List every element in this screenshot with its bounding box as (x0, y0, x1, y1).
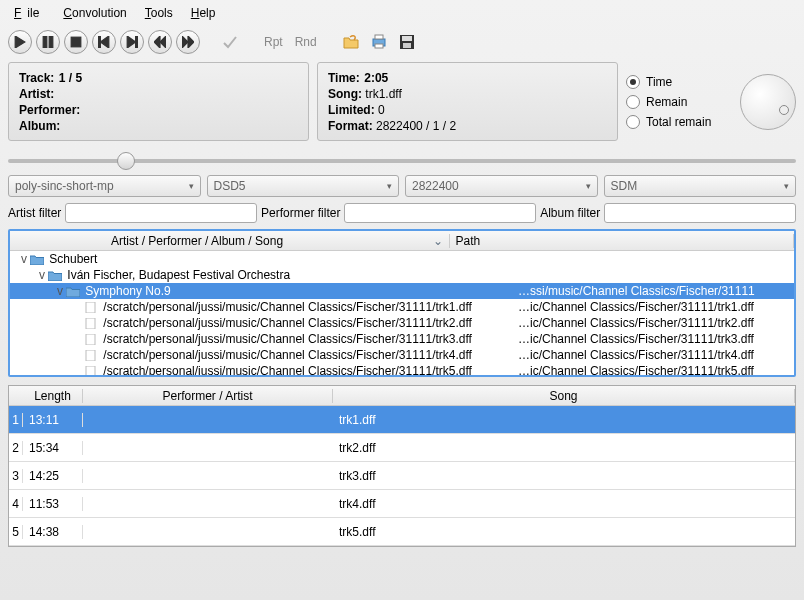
artist-filter-label: Artist filter (8, 206, 61, 220)
album-filter-input[interactable] (604, 203, 796, 223)
menu-tools[interactable]: Tools (139, 4, 179, 22)
menu-convolution[interactable]: Convolution (57, 4, 132, 22)
svg-rect-19 (86, 318, 95, 329)
tree-header: Artist / Performer / Album / Song⌄ Path (10, 231, 794, 251)
print-icon[interactable] (367, 30, 391, 54)
forward-button[interactable] (176, 30, 200, 54)
svg-marker-0 (15, 36, 25, 48)
dsd-dropdown[interactable]: DSD5▾ (207, 175, 400, 197)
repeat-toggle[interactable]: Rpt (260, 35, 287, 49)
svg-marker-11 (188, 36, 194, 48)
svg-marker-8 (154, 36, 160, 48)
svg-rect-16 (402, 36, 412, 41)
svg-rect-18 (86, 302, 95, 313)
menu-help[interactable]: Help (185, 4, 222, 22)
slider-thumb[interactable] (117, 152, 135, 170)
file-icon (84, 332, 100, 346)
folder-icon (48, 268, 64, 282)
svg-marker-5 (100, 36, 108, 48)
playlist-row[interactable]: 314:25trk3.dff (9, 462, 795, 490)
stop-button[interactable] (64, 30, 88, 54)
library-tree[interactable]: Artist / Performer / Album / Song⌄ Path … (8, 229, 796, 377)
playlist-row[interactable]: 411:53trk4.dff (9, 490, 795, 518)
playlist-row[interactable]: 215:34trk2.dff (9, 434, 795, 462)
playlist-row[interactable]: 113:11trk1.dff (9, 406, 795, 434)
dropdown-row: poly-sinc-short-mp▾ DSD5▾ 2822400▾ SDM▾ (8, 175, 796, 197)
playlist-row[interactable]: 514:38trk5.dff (9, 518, 795, 546)
tree-row[interactable]: /scratch/personal/jussi/music/Channel Cl… (10, 315, 794, 331)
filter-dropdown[interactable]: poly-sinc-short-mp▾ (8, 175, 201, 197)
next-track-button[interactable] (120, 30, 144, 54)
menu-file[interactable]: File (8, 4, 51, 22)
filter-row: Artist filter Performer filter Album fil… (8, 203, 796, 223)
svg-rect-22 (86, 366, 95, 377)
playlist-table[interactable]: Length Performer / Artist Song 113:11trk… (8, 385, 796, 547)
folder-icon (30, 252, 46, 266)
check-icon[interactable] (218, 30, 242, 54)
svg-rect-7 (136, 36, 138, 48)
tree-row[interactable]: /scratch/personal/jussi/music/Channel Cl… (10, 331, 794, 347)
play-button[interactable] (8, 30, 32, 54)
radio-dot-icon (630, 79, 636, 85)
svg-rect-2 (49, 36, 53, 48)
menubar: File Convolution Tools Help (8, 0, 796, 26)
svg-rect-17 (403, 43, 411, 48)
rewind-button[interactable] (148, 30, 172, 54)
svg-marker-9 (160, 36, 166, 48)
sdm-dropdown[interactable]: SDM▾ (604, 175, 797, 197)
save-icon[interactable] (395, 30, 419, 54)
svg-rect-20 (86, 334, 95, 345)
svg-marker-6 (127, 36, 135, 48)
toolbar: Rpt Rnd (8, 26, 796, 62)
svg-rect-1 (43, 36, 47, 48)
radio-time[interactable]: Time (626, 75, 711, 89)
tree-row[interactable]: v Schubert (10, 251, 794, 267)
chevron-down-icon: ▾ (189, 181, 194, 191)
svg-rect-3 (71, 37, 81, 47)
time-mode-panel: Time Remain Total remain (626, 62, 796, 141)
track-info-panel: Track: 1 / 5 Artist: Performer: Album: (8, 62, 309, 141)
random-toggle[interactable]: Rnd (291, 35, 321, 49)
folder-icon (66, 284, 82, 298)
performer-filter-label: Performer filter (261, 206, 340, 220)
file-icon (84, 348, 100, 362)
volume-knob[interactable] (740, 74, 796, 130)
file-icon (84, 316, 100, 330)
file-icon (84, 364, 100, 377)
playlist-header: Length Performer / Artist Song (9, 386, 795, 406)
tree-row[interactable]: /scratch/personal/jussi/music/Channel Cl… (10, 347, 794, 363)
svg-rect-21 (86, 350, 95, 361)
info-row: Track: 1 / 5 Artist: Performer: Album: T… (8, 62, 796, 141)
time-info-panel: Time: 2:05 Song: trk1.dff Limited: 0 For… (317, 62, 618, 141)
svg-marker-10 (182, 36, 188, 48)
tree-row[interactable]: /scratch/personal/jussi/music/Channel Cl… (10, 299, 794, 315)
artist-filter-input[interactable] (65, 203, 257, 223)
chevron-down-icon: ▾ (387, 181, 392, 191)
prev-track-button[interactable] (92, 30, 116, 54)
album-filter-label: Album filter (540, 206, 600, 220)
chevron-down-icon: ▾ (784, 181, 789, 191)
tree-row[interactable]: v Iván Fischer, Budapest Festival Orches… (10, 267, 794, 283)
file-icon (84, 300, 100, 314)
svg-rect-14 (375, 44, 383, 48)
open-folder-icon[interactable] (339, 30, 363, 54)
radio-remain[interactable]: Remain (626, 95, 711, 109)
performer-filter-input[interactable] (344, 203, 536, 223)
rate-dropdown[interactable]: 2822400▾ (405, 175, 598, 197)
seek-slider[interactable] (8, 151, 796, 171)
tree-row[interactable]: /scratch/personal/jussi/music/Channel Cl… (10, 363, 794, 377)
tree-row[interactable]: v Symphony No.9…ssi/music/Channel Classi… (10, 283, 794, 299)
radio-total-remain[interactable]: Total remain (626, 115, 711, 129)
sort-indicator-icon: ⌄ (433, 234, 443, 248)
chevron-down-icon: ▾ (586, 181, 591, 191)
pause-button[interactable] (36, 30, 60, 54)
svg-rect-13 (375, 35, 383, 39)
